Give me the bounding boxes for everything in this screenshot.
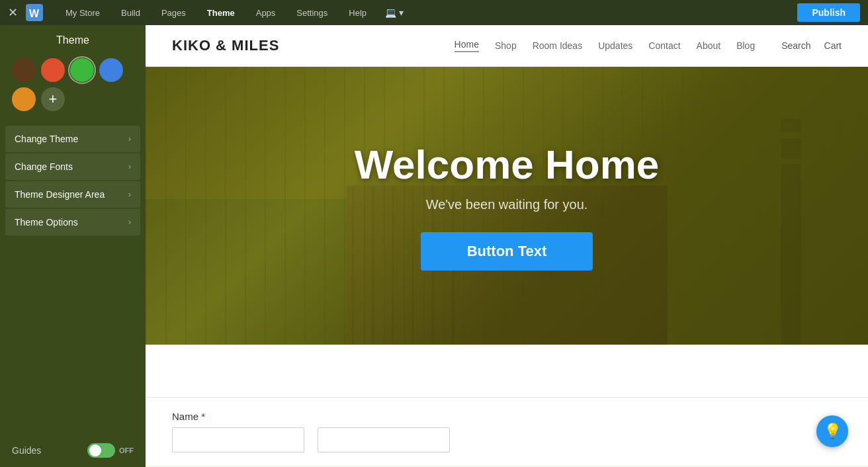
last-name-input[interactable] — [318, 427, 450, 452]
nav-updates[interactable]: Updates — [598, 40, 632, 51]
swatch-blue[interactable] — [99, 58, 123, 82]
nav-about[interactable]: About — [697, 40, 721, 51]
sidebar: Theme + Change Theme › Change Fonts › Th… — [0, 25, 146, 467]
change-theme-label: Change Theme — [15, 134, 78, 144]
swatch-orange[interactable] — [12, 87, 36, 111]
change-fonts-button[interactable]: Change Fonts › — [5, 153, 140, 180]
site-logo: KIKO & MILES — [172, 37, 279, 54]
sidebar-bottom: Guides OFF — [0, 434, 146, 467]
name-label-text: Name — [172, 411, 198, 422]
nav-settings[interactable]: Settings — [287, 8, 337, 18]
hero-content: Welcome Home We've been waiting for you.… — [355, 141, 660, 271]
close-icon[interactable]: ✕ — [8, 5, 18, 20]
chevron-right-icon: › — [128, 218, 131, 227]
hero-subtitle: We've been waiting for you. — [355, 197, 660, 212]
hero-section: Welcome Home We've been waiting for you.… — [146, 67, 868, 345]
nav-apps[interactable]: Apps — [247, 8, 285, 18]
toggle-state-label: OFF — [119, 446, 134, 454]
device-icon[interactable]: 💻 ▾ — [378, 7, 410, 18]
sidebar-title: Theme — [0, 25, 146, 53]
add-swatch-button[interactable]: + — [41, 87, 65, 111]
svg-rect-12 — [767, 132, 814, 139]
sidebar-menu: Change Theme › Change Fonts › Theme Desi… — [0, 120, 146, 434]
guides-label: Guides — [12, 445, 41, 456]
theme-options-button[interactable]: Theme Options › — [5, 209, 140, 235]
svg-rect-11 — [781, 119, 801, 345]
nav-shop[interactable]: Shop — [495, 40, 517, 51]
below-hero-section — [146, 345, 868, 398]
publish-button[interactable]: Publish — [797, 3, 860, 22]
name-label: Name * — [172, 411, 842, 422]
nav-pages[interactable]: Pages — [152, 8, 195, 18]
nav-home[interactable]: Home — [455, 39, 479, 52]
swatch-red-orange[interactable] — [41, 58, 65, 82]
cart-link[interactable]: Cart — [824, 40, 842, 51]
site-nav: Home Shop Room Ideas Updates Contact Abo… — [455, 39, 756, 52]
hero-button[interactable]: Button Text — [421, 232, 593, 271]
main-area: Theme + Change Theme › Change Fonts › Th… — [0, 25, 868, 467]
top-nav: ✕ W My Store Build Pages Theme Apps Sett… — [0, 0, 868, 25]
guides-toggle-wrap: OFF — [87, 443, 134, 458]
first-name-input[interactable] — [172, 427, 304, 452]
required-indicator: * — [201, 411, 205, 422]
nav-build[interactable]: Build — [112, 8, 150, 18]
chevron-right-icon: › — [128, 162, 131, 171]
lightbulb-icon: 💡 — [824, 423, 842, 440]
nav-blog[interactable]: Blog — [736, 40, 755, 51]
chevron-right-icon: › — [128, 134, 131, 144]
nav-room-ideas[interactable]: Room Ideas — [533, 40, 582, 51]
svg-rect-13 — [774, 159, 808, 164]
nav-contact[interactable]: Contact — [648, 40, 680, 51]
svg-text:W: W — [29, 8, 40, 19]
floating-help-button[interactable]: 💡 — [816, 415, 848, 447]
form-row — [172, 427, 842, 452]
content-area: KIKO & MILES Home Shop Room Ideas Update… — [146, 25, 868, 467]
search-link[interactable]: Search — [781, 40, 810, 51]
nav-my-store[interactable]: My Store — [56, 8, 109, 18]
theme-designer-area-label: Theme Designer Area — [15, 189, 105, 200]
weebly-logo: W — [26, 4, 43, 21]
hero-title: Welcome Home — [355, 141, 660, 188]
theme-options-label: Theme Options — [15, 217, 78, 228]
color-swatches-container: + — [0, 53, 146, 120]
theme-designer-area-button[interactable]: Theme Designer Area › — [5, 181, 140, 208]
change-fonts-label: Change Fonts — [15, 161, 73, 172]
form-section: Name * — [146, 398, 868, 466]
chevron-right-icon: › — [128, 190, 131, 199]
guides-toggle[interactable] — [87, 443, 115, 458]
website-header: KIKO & MILES Home Shop Room Ideas Update… — [146, 25, 868, 67]
nav-theme[interactable]: Theme — [198, 8, 244, 18]
nav-help[interactable]: Help — [339, 8, 376, 18]
change-theme-button[interactable]: Change Theme › — [5, 126, 140, 152]
site-nav-actions: Search Cart — [781, 40, 842, 51]
swatch-green[interactable] — [70, 58, 94, 82]
toggle-knob — [89, 445, 101, 456]
swatch-dark-brown[interactable] — [12, 58, 36, 82]
